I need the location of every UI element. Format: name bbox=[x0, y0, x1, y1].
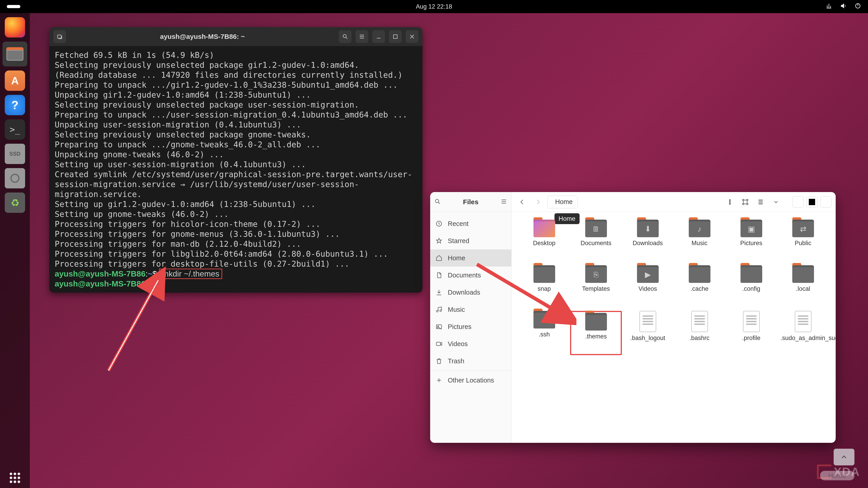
file-item-ssh[interactable]: .ssh bbox=[518, 311, 570, 355]
file-item-public[interactable]: ⇄Public bbox=[777, 220, 829, 264]
dock-disk-ssd[interactable]: SSD bbox=[5, 144, 25, 164]
files-location-menu-button[interactable] bbox=[723, 196, 736, 208]
svg-point-9 bbox=[18, 481, 20, 483]
svg-point-1 bbox=[10, 473, 12, 475]
files-path-home[interactable]: Home bbox=[547, 196, 578, 208]
sidebar-item-documents[interactable]: Documents bbox=[430, 267, 511, 284]
file-item-sudo-as-admin-successful[interactable]: .sudo_as_admin_successful bbox=[777, 311, 829, 355]
svg-point-2 bbox=[13, 473, 16, 475]
file-item-profile[interactable]: .profile bbox=[725, 311, 777, 355]
sidebar-item-home[interactable]: Home bbox=[430, 250, 511, 267]
file-icon bbox=[640, 311, 656, 332]
terminal-new-tab-button[interactable] bbox=[53, 30, 66, 43]
terminal-output[interactable]: Fetched 69.5 kB in 1s (54.9 kB/s) Select… bbox=[49, 46, 423, 293]
files-search-button[interactable] bbox=[434, 198, 441, 206]
files-minimize-button[interactable] bbox=[792, 196, 804, 207]
dock-files[interactable] bbox=[2, 41, 27, 66]
dock-terminal[interactable]: >_ bbox=[5, 119, 25, 140]
folder-icon: ▶ bbox=[637, 265, 659, 283]
dock-show-apps[interactable] bbox=[5, 468, 25, 488]
files-window: Files RecentStarredHomeDocumentsDownload… bbox=[430, 192, 836, 443]
files-view-dropdown-button[interactable] bbox=[770, 196, 782, 208]
terminal-search-button[interactable] bbox=[339, 30, 351, 43]
files-main: Home Home Desktop🗎Documents⬇Downloads♪Mu… bbox=[512, 192, 836, 443]
file-item-bashrc[interactable]: .bashrc bbox=[674, 311, 725, 355]
folder-icon: ⇄ bbox=[792, 220, 814, 237]
files-forward-button[interactable] bbox=[531, 195, 545, 208]
folder-icon bbox=[792, 265, 814, 283]
terminal-title: ayush@ayush-MS-7B86: ~ bbox=[66, 33, 339, 40]
files-maximize-button[interactable] bbox=[806, 196, 817, 207]
files-sidebar: Files RecentStarredHomeDocumentsDownload… bbox=[430, 192, 512, 443]
sidebar-item-other-locations[interactable]: Other Locations bbox=[430, 372, 511, 389]
file-item-templates[interactable]: ⎘Templates bbox=[570, 265, 622, 310]
folder-icon: ⎘ bbox=[585, 265, 607, 283]
dock-software[interactable]: A bbox=[5, 70, 25, 91]
file-item-documents[interactable]: 🗎Documents bbox=[570, 220, 622, 264]
file-item-music[interactable]: ♪Music bbox=[674, 220, 725, 264]
file-item-config[interactable]: .config bbox=[725, 265, 777, 310]
file-item-pictures[interactable]: ▣Pictures bbox=[725, 220, 777, 264]
files-close-button[interactable] bbox=[820, 196, 832, 207]
file-item-desktop[interactable]: Desktop bbox=[518, 220, 570, 264]
svg-rect-12 bbox=[394, 35, 397, 38]
files-sidebar-menu-button[interactable] bbox=[500, 198, 507, 206]
clock[interactable]: Aug 12 22:18 bbox=[416, 3, 452, 10]
svg-rect-10 bbox=[58, 35, 61, 38]
svg-point-22 bbox=[730, 199, 731, 201]
folder-icon bbox=[533, 220, 555, 237]
file-item-videos[interactable]: ▶Videos bbox=[622, 265, 674, 310]
svg-point-5 bbox=[13, 477, 16, 479]
sidebar-item-starred[interactable]: Starred bbox=[430, 232, 511, 250]
svg-rect-25 bbox=[743, 200, 747, 203]
network-icon[interactable] bbox=[826, 2, 832, 11]
terminal-close-button[interactable] bbox=[406, 30, 418, 43]
files-grid[interactable]: Desktop🗎Documents⬇Downloads♪Music▣Pictur… bbox=[512, 212, 836, 443]
dock-disk[interactable] bbox=[5, 168, 25, 188]
svg-point-23 bbox=[730, 201, 731, 202]
terminal-menu-button[interactable] bbox=[355, 30, 368, 43]
sidebar-item-music[interactable]: Music bbox=[430, 301, 511, 318]
files-focus-mode-button[interactable] bbox=[739, 196, 752, 208]
dock-help[interactable]: ? bbox=[5, 95, 25, 115]
terminal-headerbar: ayush@ayush-MS-7B86: ~ bbox=[49, 27, 423, 46]
sidebar-item-pictures[interactable]: Pictures bbox=[430, 318, 511, 335]
file-item-downloads[interactable]: ⬇Downloads bbox=[622, 220, 674, 264]
sidebar-item-recent[interactable]: Recent bbox=[430, 215, 511, 232]
svg-point-7 bbox=[10, 481, 12, 483]
files-view-list-button[interactable] bbox=[754, 196, 767, 208]
dock-firefox[interactable] bbox=[5, 17, 25, 37]
folder-icon: ♪ bbox=[689, 220, 710, 237]
scroll-to-top-button[interactable] bbox=[834, 449, 855, 465]
power-icon[interactable] bbox=[855, 2, 861, 11]
folder-icon bbox=[689, 265, 710, 283]
dock: A ? >_ SSD ♻ bbox=[0, 13, 30, 488]
folder-icon bbox=[533, 311, 555, 328]
svg-point-3 bbox=[18, 473, 20, 475]
file-item-cache[interactable]: .cache bbox=[674, 265, 725, 310]
sidebar-item-trash[interactable]: Trash bbox=[430, 352, 511, 369]
files-path-label: Home bbox=[555, 198, 572, 205]
folder-icon: 🗎 bbox=[585, 220, 607, 237]
svg-line-14 bbox=[108, 280, 158, 370]
svg-point-18 bbox=[440, 310, 442, 312]
terminal-window: ayush@ayush-MS-7B86: ~ Fetched 69.5 kB i… bbox=[49, 27, 423, 293]
sidebar-item-videos[interactable]: Videos bbox=[430, 335, 511, 352]
volume-icon[interactable] bbox=[840, 2, 847, 11]
file-item-themes[interactable]: .themes bbox=[570, 311, 622, 355]
terminal-maximize-button[interactable] bbox=[389, 30, 402, 43]
file-item-snap[interactable]: snap bbox=[518, 265, 570, 310]
dock-trash[interactable]: ♻ bbox=[5, 193, 25, 213]
file-item-bash-logout[interactable]: .bash_logout bbox=[622, 311, 674, 355]
sidebar-item-downloads[interactable]: Downloads bbox=[430, 284, 511, 301]
folder-icon bbox=[741, 265, 762, 283]
activities-pill[interactable] bbox=[7, 5, 20, 8]
svg-point-6 bbox=[18, 477, 20, 479]
files-back-button[interactable] bbox=[516, 195, 529, 208]
file-icon bbox=[743, 311, 760, 332]
terminal-minimize-button[interactable] bbox=[372, 30, 385, 43]
folder-icon: ▣ bbox=[741, 220, 762, 237]
svg-point-24 bbox=[730, 203, 731, 204]
svg-point-11 bbox=[343, 35, 346, 38]
file-item-local[interactable]: .local bbox=[777, 265, 829, 310]
